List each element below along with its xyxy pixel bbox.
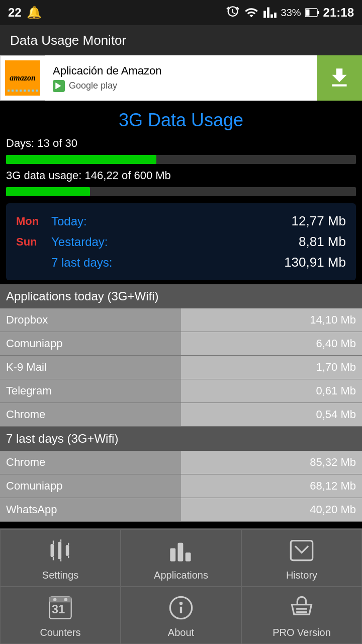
app-usage: 1,70 Mb <box>181 356 362 379</box>
last7-row: 7 last days: 130,91 Mb <box>16 255 346 270</box>
ad-logo-image: amazon <box>5 60 40 96</box>
svg-rect-9 <box>66 545 69 556</box>
about-label: About <box>168 627 194 638</box>
app-usage: 0,54 Mb <box>181 403 362 427</box>
app-usage: 40,20 Mb <box>181 498 362 522</box>
last7-period-label: 7 last days: <box>51 256 284 270</box>
app-usage: 14,10 Mb <box>181 308 362 332</box>
app-name: Chrome <box>0 451 181 474</box>
today-row: Mon Today: 12,77 Mb <box>16 213 346 229</box>
app-name: Telegram <box>0 379 181 403</box>
table-row: Dropbox 14,10 Mb <box>0 308 362 332</box>
last7-value: 130,91 Mb <box>284 255 346 270</box>
bottom-nav: Settings Applications History 31 <box>0 528 362 644</box>
svg-rect-3 <box>51 544 54 557</box>
counters-label: Counters <box>40 627 80 638</box>
table-row: Chrome 85,32 Mb <box>0 451 362 474</box>
main-content: 3G Data Usage Days: 13 of 30 3G data usa… <box>0 101 362 522</box>
last7-header: 7 last days (3G+Wifi) <box>0 427 362 451</box>
app-bar-title: Data Usage Monitor <box>10 33 126 48</box>
ad-banner[interactable]: amazon Aplicación de Amazon Google play <box>0 55 362 101</box>
notification-icon: 🔔 <box>27 6 42 20</box>
applications-label: Applications <box>154 570 208 581</box>
table-row: WhatsApp 40,20 Mb <box>0 498 362 522</box>
svg-rect-10 <box>68 542 69 544</box>
app-name: WhatsApp <box>0 498 181 522</box>
ad-download-button[interactable] <box>317 55 362 101</box>
svg-rect-4 <box>53 540 54 544</box>
yesterday-row: Sun Yestarday: 8,81 Mb <box>16 234 346 250</box>
battery-pct: 33% <box>281 7 301 19</box>
data-usage-label: 3G data usage: 146,22 of 600 Mb <box>0 167 362 184</box>
svg-rect-12 <box>170 548 175 561</box>
app-usage: 6,40 Mb <box>181 332 362 356</box>
yesterday-day-label: Sun <box>16 235 51 249</box>
table-row: Comuniapp 6,40 Mb <box>0 332 362 356</box>
app-usage: 0,61 Mb <box>181 379 362 403</box>
svg-rect-14 <box>186 552 191 561</box>
svg-rect-13 <box>178 542 184 561</box>
ad-title: Aplicación de Amazon <box>53 64 309 77</box>
table-row: Chrome 0,54 Mb <box>0 403 362 427</box>
yesterday-period-label: Yestarday: <box>51 235 299 249</box>
table-row: Telegram 0,61 Mb <box>0 379 362 403</box>
notification-count: 22 <box>8 6 22 20</box>
pro-label: PRO Version <box>273 627 331 638</box>
time-display: 21:18 <box>323 6 354 20</box>
nav-settings[interactable]: Settings <box>0 529 121 587</box>
app-usage: 85,32 Mb <box>181 451 362 474</box>
data-progress-bar-inner <box>6 187 90 196</box>
nav-history[interactable]: History <box>241 529 362 587</box>
data-progress-bar-outer <box>6 187 356 196</box>
ad-logo: amazon <box>0 55 45 101</box>
today-period-label: Today: <box>51 214 292 228</box>
svg-rect-8 <box>60 559 61 561</box>
history-label: History <box>286 570 317 581</box>
last7-table: Chrome 85,32 Mb Comuniapp 68,12 Mb Whats… <box>0 451 362 522</box>
app-bar: Data Usage Monitor <box>0 25 362 55</box>
settings-icon <box>45 535 75 566</box>
table-row: K-9 Mail 1,70 Mb <box>0 356 362 379</box>
alarm-icon <box>226 6 240 20</box>
settings-label: Settings <box>42 570 78 581</box>
yesterday-value: 8,81 Mb <box>299 234 346 250</box>
svg-point-19 <box>53 598 57 601</box>
google-play-icon <box>53 80 65 92</box>
svg-rect-15 <box>291 540 312 560</box>
signal-icon <box>263 6 277 20</box>
app-name: Comuniapp <box>0 332 181 356</box>
data-title: 3G Data Usage <box>0 101 362 135</box>
today-day-label: Mon <box>16 215 51 228</box>
nav-applications[interactable]: Applications <box>121 529 241 587</box>
wifi-icon <box>244 6 259 20</box>
days-label: Days: 13 of 30 <box>0 135 362 152</box>
svg-text:31: 31 <box>52 602 65 615</box>
apps-today-table: Dropbox 14,10 Mb Comuniapp 6,40 Mb K-9 M… <box>0 308 362 427</box>
ad-subtitle-text: Google play <box>69 80 117 91</box>
stats-card: Mon Today: 12,77 Mb Sun Yestarday: 8,81 … <box>6 203 356 280</box>
nav-pro[interactable]: PRO Version <box>241 587 362 644</box>
days-progress-bar-inner <box>6 155 156 164</box>
battery-icon <box>305 8 319 18</box>
history-icon <box>287 535 317 566</box>
apps-today-header: Applications today (3G+Wifi) <box>0 284 362 308</box>
table-row: Comuniapp 68,12 Mb <box>0 474 362 498</box>
svg-rect-5 <box>53 557 54 560</box>
app-name: Chrome <box>0 403 181 427</box>
nav-counters[interactable]: 31 Counters <box>0 587 121 644</box>
applications-icon <box>166 535 196 566</box>
svg-rect-2 <box>317 11 319 14</box>
days-progress-container <box>0 152 362 167</box>
app-name: Comuniapp <box>0 474 181 498</box>
about-icon <box>166 593 196 623</box>
nav-about[interactable]: About <box>121 587 241 644</box>
svg-rect-7 <box>60 539 61 541</box>
status-bar: 22 🔔 33% 21:18 <box>0 0 362 25</box>
data-progress-container <box>0 184 362 199</box>
svg-rect-1 <box>306 10 309 16</box>
days-progress-bar-outer <box>6 155 356 164</box>
svg-point-20 <box>64 598 68 601</box>
svg-rect-18 <box>49 597 71 602</box>
pro-icon <box>287 593 317 623</box>
counters-icon: 31 <box>45 593 75 623</box>
